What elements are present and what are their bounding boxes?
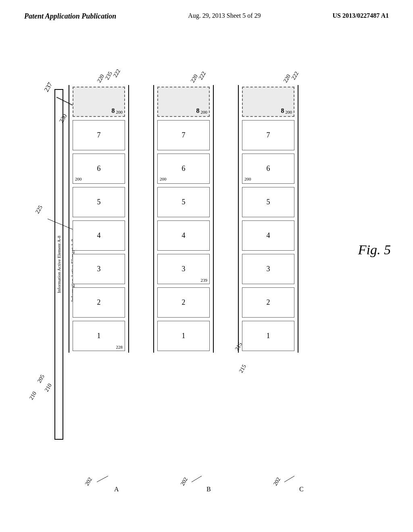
svg-text:202: 202: [179, 476, 189, 487]
svg-line-18: [192, 476, 202, 482]
cell-b-8: 8 200: [157, 87, 210, 117]
cell-c-1: 1: [242, 321, 294, 351]
svg-text:222: 222: [290, 71, 300, 81]
cell-a-4: 4: [73, 220, 125, 251]
cell-c-5: 5: [242, 187, 294, 217]
svg-text:220: 220: [282, 73, 292, 84]
columns-group: Information Active Element A-8 1 228 2 3: [69, 85, 298, 353]
svg-text:222: 222: [112, 68, 121, 79]
svg-text:235: 235: [104, 71, 113, 81]
cell-b-5: 5: [157, 187, 210, 217]
svg-text:205: 205: [36, 374, 46, 384]
svg-text:222: 222: [198, 71, 207, 81]
drawing-content: 237 220 235 222 230 225 Information Acti…: [0, 45, 413, 528]
svg-text:C: C: [299, 486, 304, 493]
svg-text:225: 225: [34, 204, 44, 215]
cell-c-4: 4: [242, 220, 294, 251]
cell-a-5: 5: [73, 187, 125, 217]
cell-c-2: 2: [242, 287, 294, 318]
publication-label: Patent Application Publication: [24, 12, 116, 21]
cell-a-3: 3: [73, 254, 125, 284]
cell-b-2: 2: [157, 287, 210, 318]
cell-b-6: 6 200: [157, 154, 210, 184]
column-a: Information Active Element A-8 1 228 2 3: [69, 85, 129, 353]
svg-line-25: [284, 476, 294, 482]
cell-c-3: 3: [242, 254, 294, 284]
svg-text:202: 202: [84, 476, 93, 487]
svg-text:A: A: [114, 486, 119, 493]
column-b: 1 2 3 239 4 5: [153, 85, 214, 353]
strip-label: Information Active Element A-8: [56, 236, 61, 293]
svg-text:220: 220: [96, 73, 105, 84]
cell-a-2: 2: [73, 287, 125, 318]
svg-text:210: 210: [44, 382, 53, 393]
patent-number: US 2013/0227487 A1: [332, 12, 389, 19]
svg-text:210: 210: [28, 391, 38, 401]
svg-line-14: [97, 476, 108, 482]
cell-a-8: 8 200: [73, 87, 125, 117]
svg-text:215: 215: [238, 364, 247, 374]
column-a-strip: Information Active Element A-8: [54, 89, 63, 440]
column-c-cells: 1 2 3 4 5 6: [238, 85, 298, 353]
column-b-cells: 1 2 3 239 4 5: [153, 85, 214, 353]
svg-text:B: B: [206, 486, 211, 493]
page-header: Patent Application Publication Aug. 29, …: [0, 0, 413, 21]
svg-text:220: 220: [190, 73, 199, 84]
svg-text:237: 237: [43, 81, 54, 93]
cell-c-8: 8 200: [242, 87, 294, 117]
column-c: 1 2 3 4 5 6: [238, 85, 298, 353]
cell-b-7: 7: [157, 120, 210, 150]
cell-b-1: 1: [157, 321, 210, 351]
cell-a-7: 7: [73, 120, 125, 150]
cell-a-6: 6 200: [73, 154, 125, 184]
figure-label: Fig. 5: [358, 242, 391, 258]
cell-b-4: 4: [157, 220, 210, 251]
svg-text:202: 202: [272, 476, 282, 487]
cell-c-7: 7: [242, 120, 294, 150]
cell-c-6: 6 200: [242, 154, 294, 184]
column-a-cells: 1 228 2 3 4 5: [69, 85, 129, 353]
cell-a-1: 1 228: [73, 321, 125, 351]
sheet-info: Aug. 29, 2013 Sheet 5 of 29: [188, 12, 261, 19]
cell-b-3: 3 239: [157, 254, 210, 284]
